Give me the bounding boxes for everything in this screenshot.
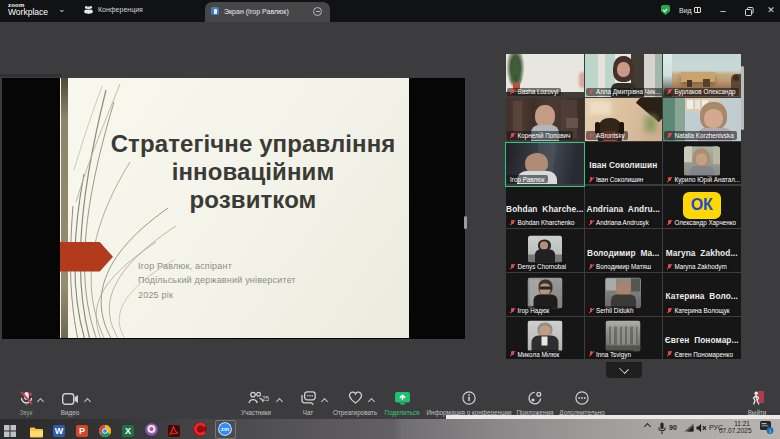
svg-text:zm: zm <box>221 426 229 432</box>
svg-text:X: X <box>125 426 131 436</box>
svg-text:P: P <box>79 426 85 436</box>
svg-text:W: W <box>55 426 64 436</box>
svg-text:i: i <box>769 428 770 434</box>
